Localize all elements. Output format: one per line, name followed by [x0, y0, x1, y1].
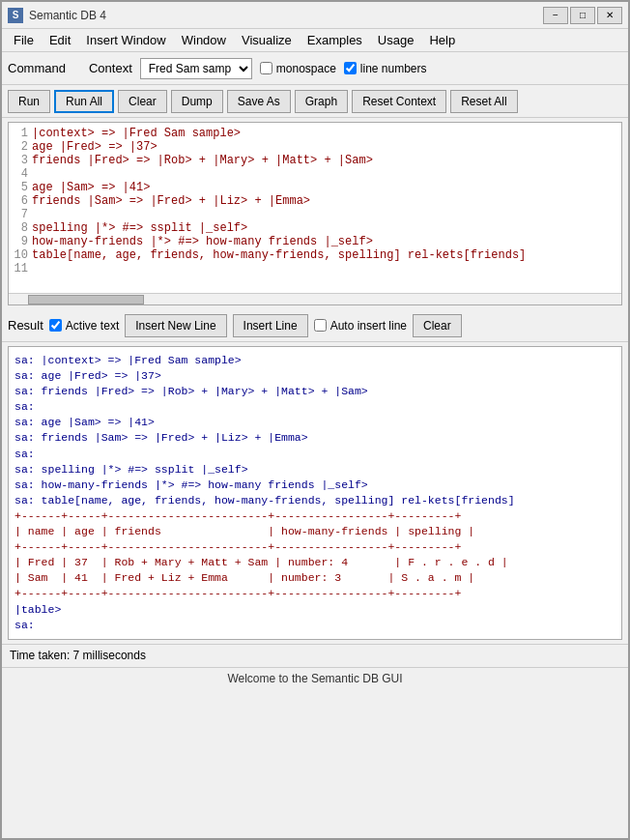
result-line: sa: table[name, age, friends, how-many-f… — [14, 493, 616, 508]
buttons-row: Run Run All Clear Dump Save As Graph Res… — [2, 85, 628, 118]
editor-line: 6friends |Sam> => |Fred> + |Liz> + |Emma… — [13, 194, 617, 208]
editor-area[interactable]: 1|context> => |Fred Sam sample>2age |Fre… — [8, 122, 622, 305]
menubar-item-insert-window[interactable]: Insert Window — [78, 31, 173, 49]
graph-button[interactable]: Graph — [295, 90, 348, 113]
line-text: friends |Sam> => |Fred> + |Liz> + |Emma> — [32, 194, 310, 208]
editor-line: 11 — [13, 262, 617, 275]
app-icon: S — [8, 8, 23, 23]
active-text-group: Active text — [49, 319, 119, 333]
editor-line: 1|context> => |Fred Sam sample> — [13, 127, 617, 140]
maximize-button[interactable]: □ — [570, 7, 595, 24]
result-label: Result — [8, 318, 43, 333]
window-title: Semantic DB 4 — [29, 9, 543, 22]
result-line: sa: spelling |*> #=> ssplit |_self> — [14, 462, 616, 478]
line-numbers-label: line numbers — [360, 62, 427, 75]
close-button[interactable]: ✕ — [597, 7, 622, 24]
result-line: sa: — [14, 399, 616, 415]
context-label: Context — [89, 61, 132, 75]
dump-button[interactable]: Dump — [171, 90, 223, 113]
line-text: |context> => |Fred Sam sample> — [32, 127, 241, 140]
result-clear-button[interactable]: Clear — [413, 314, 462, 337]
editor-line: 2age |Fred> => |37> — [13, 140, 617, 154]
result-area[interactable]: sa: |context> => |Fred Sam sample>sa: ag… — [8, 346, 622, 640]
run-button[interactable]: Run — [8, 90, 50, 113]
run-all-button[interactable]: Run All — [54, 90, 114, 113]
line-number: 5 — [13, 181, 28, 194]
time-taken: Time taken: 7 milliseconds — [10, 649, 146, 662]
line-number: 7 — [13, 208, 28, 221]
menubar-item-usage[interactable]: Usage — [370, 31, 422, 49]
monospace-checkbox[interactable] — [260, 62, 272, 74]
insert-line-button[interactable]: Insert Line — [233, 314, 308, 337]
result-line: sa: age |Sam> => |41> — [14, 415, 616, 430]
command-label: Command — [8, 61, 66, 75]
auto-insert-label: Auto insert line — [330, 319, 407, 333]
result-line: +------+-----+------------------------+-… — [14, 508, 616, 524]
toolbar-row: Command Context Fred Sam samp monospace … — [2, 52, 628, 85]
result-line: sa: — [14, 618, 616, 633]
editor-line: 8spelling |*> #=> ssplit |_self> — [13, 221, 617, 235]
line-text: how-many-friends |*> #=> how-many friend… — [32, 235, 373, 248]
editor-content: 1|context> => |Fred Sam sample>2age |Fre… — [9, 123, 621, 279]
result-line: sa: how-many-friends |*> #=> how-many fr… — [14, 478, 616, 493]
menubar-item-visualize[interactable]: Visualize — [234, 31, 300, 49]
auto-insert-checkbox[interactable] — [314, 319, 327, 332]
line-number: 10 — [13, 248, 28, 262]
title-bar: S Semantic DB 4 − □ ✕ — [2, 2, 628, 29]
line-numbers-checkbox[interactable] — [344, 62, 357, 74]
reset-context-button[interactable]: Reset Context — [352, 90, 446, 113]
monospace-label: monospace — [276, 62, 336, 75]
editor-line: 3friends |Fred> => |Rob> + |Mary> + |Mat… — [13, 154, 617, 167]
editor-line: 9how-many-friends |*> #=> how-many frien… — [13, 235, 617, 248]
result-line: +------+-----+------------------------+-… — [14, 539, 616, 555]
editor-line: 5age |Sam> => |41> — [13, 181, 617, 194]
editor-scrollbar-thumb[interactable] — [28, 295, 144, 304]
insert-new-line-button[interactable]: Insert New Line — [125, 314, 226, 337]
result-line: | Fred | 37 | Rob + Mary + Matt + Sam | … — [14, 555, 616, 570]
line-number: 6 — [13, 194, 28, 208]
editor-line: 10table[name, age, friends, how-many-fri… — [13, 248, 617, 262]
editor-scrollbar[interactable] — [9, 293, 621, 304]
line-number: 2 — [13, 140, 28, 154]
result-line: sa: — [14, 447, 616, 462]
context-dropdown[interactable]: Fred Sam samp — [140, 58, 252, 79]
monospace-group: monospace — [260, 62, 336, 75]
line-number: 1 — [13, 127, 28, 140]
menubar-item-edit[interactable]: Edit — [42, 31, 78, 49]
menubar: FileEditInsert WindowWindowVisualizeExam… — [2, 29, 628, 52]
result-line: | Sam | 41 | Fred + Liz + Emma | number:… — [14, 570, 616, 586]
line-number: 8 — [13, 221, 28, 235]
line-numbers-group: line numbers — [344, 62, 427, 75]
minimize-button[interactable]: − — [543, 7, 568, 24]
result-line: sa: |context> => |Fred Sam sample> — [14, 353, 616, 368]
result-line: | name | age | friends | how-many-friend… — [14, 524, 616, 539]
clear-button[interactable]: Clear — [118, 90, 167, 113]
result-line: sa: friends |Fred> => |Rob> + |Mary> + |… — [14, 384, 616, 399]
line-number: 3 — [13, 154, 28, 167]
menubar-item-examples[interactable]: Examples — [300, 31, 370, 49]
result-line: +------+-----+------------------------+-… — [14, 586, 616, 601]
window-controls[interactable]: − □ ✕ — [543, 7, 622, 24]
line-number: 4 — [13, 167, 28, 181]
line-text: friends |Fred> => |Rob> + |Mary> + |Matt… — [32, 154, 373, 167]
result-line: |table> — [14, 602, 616, 618]
welcome-text: Welcome to the Semantic DB GUI — [227, 672, 402, 685]
menubar-item-window[interactable]: Window — [174, 31, 234, 49]
status-bar: Time taken: 7 milliseconds — [2, 644, 628, 667]
bottom-status: Welcome to the Semantic DB GUI — [2, 667, 628, 690]
save-as-button[interactable]: Save As — [227, 90, 291, 113]
auto-insert-group: Auto insert line — [314, 319, 407, 333]
menubar-item-file[interactable]: File — [6, 31, 42, 49]
active-text-checkbox[interactable] — [49, 319, 62, 332]
result-line: sa: age |Fred> => |37> — [14, 368, 616, 384]
reset-all-button[interactable]: Reset All — [450, 90, 517, 113]
line-number: 11 — [13, 262, 28, 275]
line-text: table[name, age, friends, how-many-frien… — [32, 248, 526, 262]
result-line: sa: friends |Sam> => |Fred> + |Liz> + |E… — [14, 430, 616, 446]
result-toolbar: Result Active text Insert New Line Inser… — [2, 309, 628, 342]
editor-line: 4 — [13, 167, 617, 181]
line-text: spelling |*> #=> ssplit |_self> — [32, 221, 247, 235]
line-text: age |Fred> => |37> — [32, 140, 158, 154]
editor-line: 7 — [13, 208, 617, 221]
menubar-item-help[interactable]: Help — [421, 31, 463, 49]
